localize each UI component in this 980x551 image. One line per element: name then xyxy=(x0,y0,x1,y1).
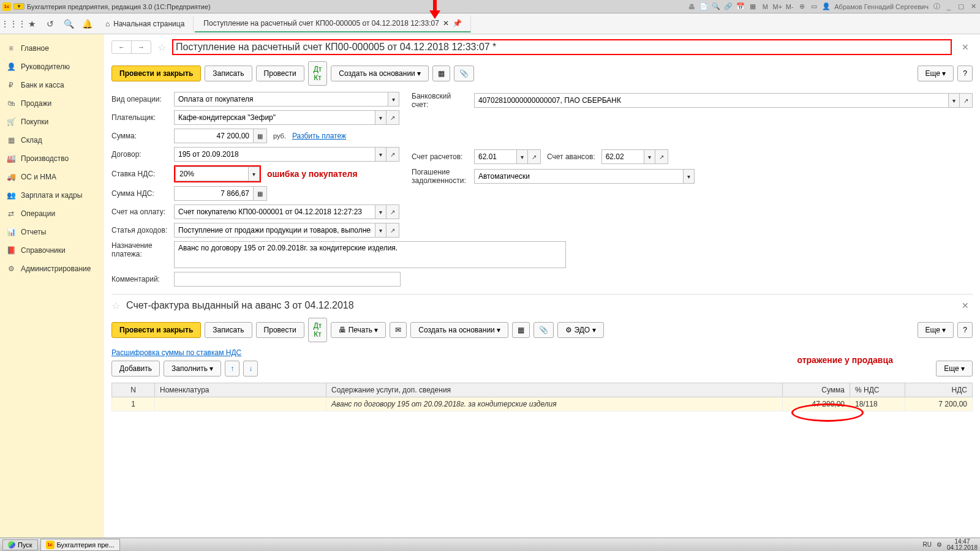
doc2-dt-kt-button[interactable]: ДтКт xyxy=(308,318,328,342)
m-minus-icon[interactable]: M- xyxy=(785,2,794,11)
doc2-print-button[interactable]: 🖶 Печать ▾ xyxy=(331,322,386,338)
post-button[interactable]: Провести xyxy=(256,66,304,81)
comment-input[interactable] xyxy=(174,272,401,287)
sidebar-item-warehouse[interactable]: ▦Склад xyxy=(0,131,104,149)
fill-button[interactable]: Заполнить ▾ xyxy=(164,361,221,377)
doc2-more-button[interactable]: Еще ▾ xyxy=(918,322,954,338)
search-icon[interactable]: 🔍 xyxy=(712,2,720,11)
calendar-icon[interactable]: ▦ xyxy=(748,2,757,11)
sidebar-item-assets[interactable]: 🚚ОС и НМА xyxy=(0,168,104,186)
income-dropdown[interactable]: ▾ xyxy=(375,223,386,238)
apps-grid-icon[interactable]: ⋮⋮⋮ xyxy=(5,15,22,32)
tab-home[interactable]: ⌂ Начальная страница xyxy=(97,16,194,32)
doc2-structure-button[interactable]: ▦ xyxy=(512,322,530,338)
sidebar-item-sales[interactable]: 🛍Продажи xyxy=(0,94,104,113)
payer-input[interactable] xyxy=(174,110,375,125)
vat-rate-dropdown[interactable]: ▾ xyxy=(249,167,260,181)
invoice-dropdown[interactable]: ▾ xyxy=(375,204,386,219)
invoice-open[interactable]: ↗ xyxy=(386,204,399,219)
sum-calc-icon[interactable]: ▦ xyxy=(254,129,267,143)
tab-pin-icon[interactable]: 📌 xyxy=(453,19,462,28)
debt-dropdown[interactable]: ▾ xyxy=(684,169,695,184)
sidebar-item-main[interactable]: ≡Главное xyxy=(0,39,104,58)
sidebar-item-production[interactable]: 🏭Производство xyxy=(0,149,104,168)
doc2-edo-button[interactable]: ⚙ ЭДО ▾ xyxy=(557,322,603,338)
vat-sum-input[interactable] xyxy=(174,186,254,201)
doc2-save-button[interactable]: Записать xyxy=(205,322,252,338)
bank-account-dropdown[interactable]: ▾ xyxy=(949,93,960,108)
sidebar-item-directories[interactable]: 📕Справочники xyxy=(0,241,104,260)
income-input[interactable] xyxy=(174,223,375,238)
doc2-attach-button[interactable]: 📎 xyxy=(533,322,554,338)
move-up-button[interactable]: ↑ xyxy=(225,361,239,377)
star-icon[interactable]: ★ xyxy=(23,15,40,32)
create-based-button[interactable]: Создать на основании ▾ xyxy=(331,66,429,81)
doc2-close[interactable]: ✕ xyxy=(958,299,973,312)
minimize-icon[interactable]: _ xyxy=(944,2,953,11)
move-down-button[interactable]: ↓ xyxy=(243,361,258,377)
dt-kt-button[interactable]: ДтКт xyxy=(308,61,328,86)
contract-input[interactable] xyxy=(174,147,375,162)
favorite-star-icon[interactable]: ☆ xyxy=(157,42,166,53)
split-payment-link[interactable]: Разбить платеж xyxy=(292,132,346,140)
app-menu-dropdown[interactable]: ▼ xyxy=(13,3,24,10)
advance-open[interactable]: ↗ xyxy=(655,149,668,164)
payer-dropdown[interactable]: ▾ xyxy=(375,110,386,125)
payer-open[interactable]: ↗ xyxy=(386,110,399,125)
doc2-table-more-button[interactable]: Еще ▾ xyxy=(936,361,973,377)
help-button[interactable]: ? xyxy=(957,66,973,81)
bank-account-input[interactable] xyxy=(474,93,949,108)
attach-button[interactable]: 📎 xyxy=(454,66,474,81)
bell-icon[interactable]: 🔔 xyxy=(78,15,96,32)
settle-account-input[interactable] xyxy=(474,149,517,164)
doc2-post-close-button[interactable]: Провести и закрыть xyxy=(111,322,201,338)
calc-icon[interactable]: 📅 xyxy=(736,2,745,11)
doc2-help-button[interactable]: ? xyxy=(957,322,973,338)
sidebar-item-bank[interactable]: ₽Банк и касса xyxy=(0,76,104,94)
debt-input[interactable] xyxy=(474,169,684,184)
sum-input[interactable] xyxy=(174,129,254,143)
zoom-icon[interactable]: ⊕ xyxy=(797,2,806,11)
invoice-input[interactable] xyxy=(174,204,375,219)
tab-current-doc[interactable]: Поступление на расчетный счет КП00-00000… xyxy=(195,15,471,32)
advance-dropdown[interactable]: ▾ xyxy=(644,149,655,164)
m-icon[interactable]: M xyxy=(761,2,769,11)
doc2-create-based-button[interactable]: Создать на основании ▾ xyxy=(410,322,508,338)
tab-close-icon[interactable]: ✕ xyxy=(443,19,449,28)
sidebar-item-salary[interactable]: 👥Зарплата и кадры xyxy=(0,186,104,204)
income-open[interactable]: ↗ xyxy=(386,223,399,238)
operation-dropdown[interactable]: ▾ xyxy=(388,92,399,107)
doc2-star-icon[interactable]: ☆ xyxy=(111,300,120,312)
sidebar-item-reports[interactable]: 📊Отчеты xyxy=(0,223,104,241)
vat-rate-input[interactable] xyxy=(175,167,249,181)
sidebar-icon[interactable]: ▭ xyxy=(810,2,818,11)
doc2-email-button[interactable]: ✉ xyxy=(390,322,407,338)
info-icon[interactable]: ⓘ xyxy=(932,2,941,11)
purpose-textarea[interactable]: Аванс по договору 195 от 20.09.2018г. за… xyxy=(174,241,566,268)
save-button[interactable]: Записать xyxy=(205,66,252,81)
structure-button[interactable]: ▦ xyxy=(432,66,450,81)
settle-dropdown[interactable]: ▾ xyxy=(517,149,528,164)
sidebar-item-operations[interactable]: ⇄Операции xyxy=(0,204,104,223)
print-icon[interactable]: 🖶 xyxy=(687,2,696,11)
sidebar-item-purchases[interactable]: 🛒Покупки xyxy=(0,113,104,131)
nav-back[interactable]: ← xyxy=(112,41,132,53)
operation-input[interactable] xyxy=(174,92,388,107)
contract-open[interactable]: ↗ xyxy=(386,147,399,162)
history-icon[interactable]: ↺ xyxy=(42,15,59,32)
contract-dropdown[interactable]: ▾ xyxy=(375,147,386,162)
maximize-icon[interactable]: ▢ xyxy=(957,2,965,11)
post-close-button[interactable]: Провести и закрыть xyxy=(111,66,201,81)
vat-sum-calc-icon[interactable]: ▦ xyxy=(254,186,267,201)
more-button[interactable]: Еще ▾ xyxy=(918,66,954,81)
magnify-icon[interactable]: 🔍 xyxy=(60,15,77,32)
close-icon[interactable]: ✕ xyxy=(969,2,978,11)
add-button[interactable]: Добавить xyxy=(111,361,160,377)
m-plus-icon[interactable]: M+ xyxy=(773,2,782,11)
sidebar-item-admin[interactable]: ⚙Администрирование xyxy=(0,260,104,278)
advance-account-input[interactable] xyxy=(601,149,644,164)
doc2-post-button[interactable]: Провести xyxy=(256,322,304,338)
nav-forward[interactable]: → xyxy=(132,41,151,53)
tool-icon[interactable]: 📄 xyxy=(699,2,708,11)
link-icon[interactable]: 🔗 xyxy=(724,2,733,11)
